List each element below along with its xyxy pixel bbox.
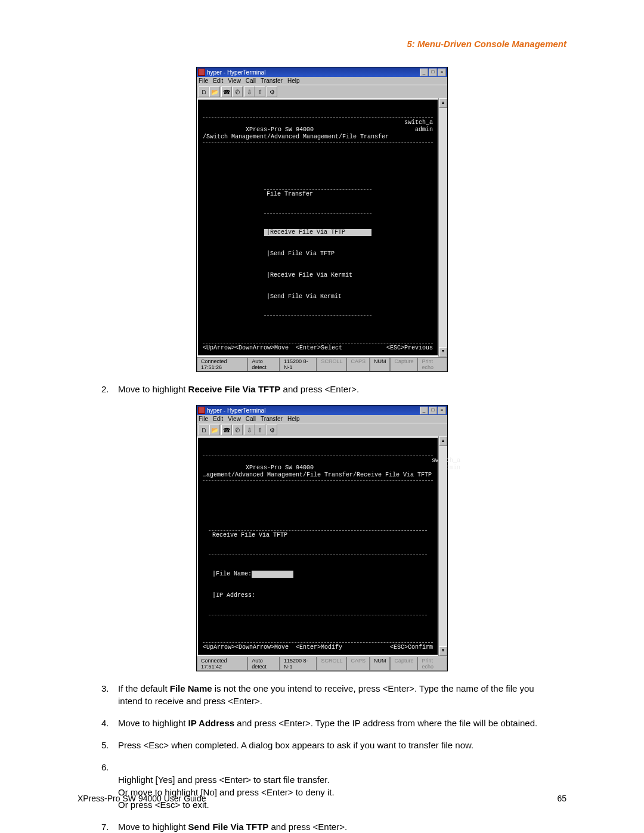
step-number: 6. bbox=[101, 761, 118, 811]
product-label: XPress-Pro SW 94000 bbox=[246, 465, 314, 471]
scroll-up-icon[interactable]: ▴ bbox=[439, 436, 447, 446]
menu-call[interactable]: Call bbox=[246, 416, 256, 422]
menu-item-receive-tftp[interactable]: |Receive File Via TFTP bbox=[264, 229, 371, 236]
scroll-down-icon[interactable]: ▾ bbox=[439, 347, 447, 357]
step-text: Press <Esc> when completed. A dialog box… bbox=[118, 739, 555, 751]
status-capture: Capture bbox=[390, 657, 417, 671]
open-icon[interactable]: 📂 bbox=[209, 425, 220, 435]
footer-guide-title: XPress-Pro SW 94000 User Guide bbox=[78, 794, 206, 803]
step-text: Move to highlight Send File Via TFTP and… bbox=[118, 820, 555, 833]
menu-item-receive-kermit[interactable]: |Receive File Via Kermit bbox=[264, 272, 371, 279]
file-name-row[interactable]: |File Name: bbox=[212, 571, 423, 578]
status-caps: CAPS bbox=[346, 357, 370, 371]
status-baud: 115200 8-N-1 bbox=[280, 357, 317, 371]
receive-icon[interactable]: ⇧ bbox=[255, 86, 265, 97]
maximize-icon[interactable]: □ bbox=[429, 407, 437, 414]
screenshot-file-transfer: hyper - HyperTerminal _ □ × File Edit Vi… bbox=[196, 67, 448, 372]
send-icon[interactable]: ⇩ bbox=[244, 425, 255, 435]
device-label: switch_a bbox=[404, 119, 433, 126]
file-name-field[interactable] bbox=[252, 571, 293, 578]
close-icon[interactable]: × bbox=[438, 407, 446, 414]
scroll-up-icon[interactable]: ▴ bbox=[439, 98, 447, 108]
menu-file[interactable]: File bbox=[199, 78, 208, 84]
step-number: 5. bbox=[101, 739, 118, 751]
status-print-echo: Print echo bbox=[417, 657, 447, 671]
step-3: 3. If the default File Name is not the o… bbox=[101, 682, 555, 707]
menu-transfer[interactable]: Transfer bbox=[261, 78, 283, 84]
scroll-down-icon[interactable]: ▾ bbox=[439, 646, 447, 656]
step-4: 4. Move to highlight IP Address and pres… bbox=[101, 717, 555, 729]
menu-view[interactable]: View bbox=[228, 416, 241, 422]
toolbar: 🗋 📂 ☎ ✆ ⇩ ⇧ ⚙ bbox=[197, 423, 447, 436]
screenshot-receive-tftp: hyper - HyperTerminal _ □ × File Edit Vi… bbox=[196, 405, 448, 671]
toolbar: 🗋 📂 ☎ ✆ ⇩ ⇧ ⚙ bbox=[197, 85, 447, 98]
ip-address-label: |IP Address: bbox=[212, 592, 255, 599]
step-6: 6. Highlight [Yes] and press <Enter> to … bbox=[101, 761, 555, 811]
terminal-area[interactable]: XPress-Pro SW 94000 …agement/Advanced Ma… bbox=[198, 438, 438, 655]
footer-hint-left: <UpArrow><DownArrow>Move <Enter>Select bbox=[203, 345, 342, 352]
vertical-scrollbar[interactable]: ▴ ▾ bbox=[438, 98, 447, 357]
open-icon[interactable]: 📂 bbox=[209, 86, 220, 97]
step-number: 7. bbox=[101, 820, 118, 833]
menu-call[interactable]: Call bbox=[246, 78, 256, 84]
status-scroll: SCROLL bbox=[317, 657, 346, 671]
connect-icon[interactable]: ☎ bbox=[221, 425, 232, 435]
new-icon[interactable]: 🗋 bbox=[199, 86, 209, 97]
menu-help[interactable]: Help bbox=[287, 78, 300, 84]
status-detect: Auto detect bbox=[247, 657, 280, 671]
step-number: 4. bbox=[101, 717, 118, 729]
footer-hint-right: <ESC>Confirm bbox=[390, 644, 433, 651]
status-num: NUM bbox=[370, 657, 391, 671]
disconnect-icon[interactable]: ✆ bbox=[232, 86, 243, 97]
terminal-area[interactable]: XPress-Pro SW 94000 /Switch Management/A… bbox=[198, 100, 438, 355]
menu-bar: File Edit View Call Transfer Help bbox=[197, 77, 447, 85]
properties-icon[interactable]: ⚙ bbox=[267, 425, 277, 435]
menu-item-send-kermit[interactable]: |Send File Via Kermit bbox=[264, 293, 371, 301]
window-titlebar: hyper - HyperTerminal _ □ × bbox=[197, 405, 447, 415]
form-title: Receive File Via TFTP bbox=[209, 530, 427, 540]
app-icon bbox=[198, 407, 205, 414]
minimize-icon[interactable]: _ bbox=[420, 69, 428, 76]
step-text: Highlight [Yes] and press <Enter> to sta… bbox=[118, 761, 555, 811]
status-bar: Connected 17:51:42 Auto detect 115200 8-… bbox=[197, 656, 447, 671]
send-icon[interactable]: ⇩ bbox=[244, 86, 255, 97]
step-number: 2. bbox=[101, 383, 118, 395]
file-transfer-menu: File Transfer |Receive File Via TFTP |Se… bbox=[264, 175, 371, 330]
minimize-icon[interactable]: _ bbox=[420, 407, 428, 414]
receive-icon[interactable]: ⇧ bbox=[255, 425, 265, 435]
user-label: admin bbox=[415, 126, 433, 133]
status-baud: 115200 8-N-1 bbox=[280, 657, 317, 671]
file-name-label: |File Name: bbox=[212, 571, 252, 578]
disconnect-icon[interactable]: ✆ bbox=[232, 425, 243, 435]
ip-address-row[interactable]: |IP Address: bbox=[212, 592, 423, 599]
properties-icon[interactable]: ⚙ bbox=[267, 86, 277, 97]
menu-transfer[interactable]: Transfer bbox=[261, 416, 283, 422]
footer-hint-left: <UpArrow><DownArrow>Move <Enter>Modify bbox=[203, 644, 342, 651]
menu-title: File Transfer bbox=[264, 189, 371, 199]
window-title: hyper - HyperTerminal bbox=[207, 69, 265, 76]
menu-edit[interactable]: Edit bbox=[213, 416, 223, 422]
status-scroll: SCROLL bbox=[317, 357, 346, 371]
step-2: 2. Move to highlight Receive File Via TF… bbox=[101, 383, 555, 395]
menu-view[interactable]: View bbox=[228, 78, 241, 84]
status-print-echo: Print echo bbox=[417, 357, 447, 371]
close-icon[interactable]: × bbox=[438, 69, 446, 76]
page-number: 65 bbox=[557, 794, 566, 803]
connect-icon[interactable]: ☎ bbox=[221, 86, 232, 97]
vertical-scrollbar[interactable]: ▴ ▾ bbox=[438, 436, 447, 656]
menu-help[interactable]: Help bbox=[287, 416, 300, 422]
menu-item-send-tftp[interactable]: |Send File Via TFTP bbox=[264, 250, 371, 258]
section-header: 5: Menu-Driven Console Management bbox=[78, 39, 566, 49]
receive-tftp-form: Receive File Via TFTP |File Name: |IP Ad… bbox=[209, 516, 427, 630]
step-number: 3. bbox=[101, 682, 118, 707]
app-icon bbox=[198, 69, 205, 76]
status-capture: Capture bbox=[390, 357, 417, 371]
breadcrumb: /Switch Management/Advanced Management/F… bbox=[203, 134, 389, 140]
maximize-icon[interactable]: □ bbox=[429, 69, 437, 76]
breadcrumb: …agement/Advanced Management/File Transf… bbox=[203, 472, 432, 478]
status-bar: Connected 17:51:26 Auto detect 115200 8-… bbox=[197, 357, 447, 371]
footer-hint-right: <ESC>Previous bbox=[386, 345, 433, 352]
menu-file[interactable]: File bbox=[199, 416, 208, 422]
new-icon[interactable]: 🗋 bbox=[199, 425, 209, 435]
menu-edit[interactable]: Edit bbox=[213, 78, 223, 84]
